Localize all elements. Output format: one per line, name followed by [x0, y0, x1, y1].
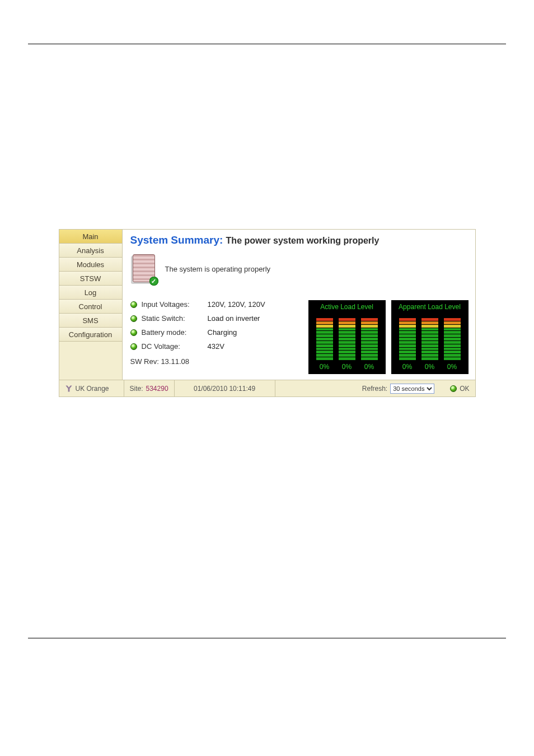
gauge-bar-col: 0%	[339, 318, 355, 371]
footer-ok-text: OK	[460, 385, 469, 393]
bar-seg-green	[399, 354, 416, 357]
footer-brand: UK Orange	[59, 380, 124, 396]
bar-seg-red	[444, 318, 461, 321]
detail-value: 120V, 120V, 120V	[208, 300, 265, 309]
gauge-bars: 0% 0%	[312, 314, 382, 371]
bar-seg-green	[399, 348, 416, 351]
bar-seg-green	[339, 351, 355, 353]
bar-seg-green	[421, 334, 438, 337]
page-rule-bottom	[28, 638, 506, 638]
footer-site-link[interactable]: 534290	[146, 385, 168, 393]
gauge-bar-col: 0%	[399, 318, 416, 371]
bar-seg-orange	[316, 321, 333, 324]
gauge-bar-label: 0%	[364, 363, 374, 371]
detail-value: Charging	[208, 328, 237, 337]
status-summary-text: The system is operating properly	[165, 265, 271, 273]
page-heading: System Summary: The power system working…	[130, 234, 469, 246]
sidebar-item-stsw[interactable]: STSW	[59, 272, 122, 286]
refresh-select[interactable]: 30 seconds	[390, 384, 434, 394]
status-row: ✓ The system is operating properly	[130, 253, 469, 284]
detail-label: Battery mode:	[142, 328, 203, 337]
check-icon: ✓	[149, 277, 158, 286]
bar-seg-yellow	[316, 325, 333, 328]
bar-seg-yellow	[444, 325, 461, 328]
sidebar-item-main[interactable]: Main	[59, 230, 122, 244]
sidebar-nav: Main Analysis Modules STSW Log Control S…	[59, 230, 123, 380]
system-thumbnail: ✓	[130, 253, 157, 284]
bar-seg-red	[361, 318, 378, 321]
status-dot-ok-icon	[130, 315, 137, 322]
gauge-bar-label: 0%	[402, 363, 412, 371]
bar-seg-green	[316, 357, 333, 360]
ok-dot-icon	[450, 385, 457, 392]
detail-row-static-switch: Static Switch: Load on inverter	[130, 314, 298, 323]
bar-seg-green	[399, 334, 416, 337]
detail-row-battery-mode: Battery mode: Charging	[130, 328, 298, 337]
yahoo-icon	[65, 385, 73, 393]
footer-refresh: Refresh: 30 seconds	[357, 384, 440, 394]
bar-seg-green	[339, 331, 355, 334]
bar-seg-green	[444, 331, 461, 334]
app-body: Main Analysis Modules STSW Log Control S…	[59, 230, 475, 380]
sidebar-item-control[interactable]: Control	[59, 300, 122, 314]
page-rule-top	[28, 44, 506, 44]
gauge-bar-col: 0%	[316, 318, 333, 371]
footer-site-label: Site:	[130, 385, 143, 393]
bar-seg-green	[421, 338, 438, 340]
bar-seg-green	[316, 351, 333, 353]
bar-seg-green	[339, 328, 355, 331]
bar-seg-green	[444, 344, 461, 347]
bar-seg-yellow	[339, 325, 355, 328]
sidebar-item-modules[interactable]: Modules	[59, 258, 122, 272]
bar-seg-orange	[399, 321, 416, 324]
bar-seg-green	[316, 331, 333, 334]
bar-seg-yellow	[399, 325, 416, 328]
bar-seg-green	[399, 331, 416, 334]
status-dot-ok-icon	[130, 301, 137, 308]
bar-seg-green	[339, 354, 355, 357]
details-list: Input Voltages: 120V, 120V, 120V Static …	[130, 300, 298, 366]
bar-seg-yellow	[421, 325, 438, 328]
gauge-bar	[399, 318, 416, 361]
sidebar-item-analysis[interactable]: Analysis	[59, 244, 122, 258]
refresh-label: Refresh:	[362, 385, 387, 393]
bar-seg-green	[421, 341, 438, 344]
bar-seg-green	[444, 338, 461, 340]
main-panel: System Summary: The power system working…	[123, 230, 475, 380]
footer-ok: OK	[440, 380, 475, 396]
bar-seg-yellow	[361, 325, 378, 328]
bar-seg-green	[399, 328, 416, 331]
gauge-apparent-load: Apparent Load Level 0%	[391, 300, 469, 374]
page-title-suffix: The power system working properly	[226, 236, 380, 245]
sw-rev-text: SW Rev: 13.11.08	[130, 357, 298, 366]
bar-seg-green	[361, 351, 378, 353]
bar-seg-green	[421, 331, 438, 334]
bar-seg-green	[316, 348, 333, 351]
status-dot-ok-icon	[130, 343, 137, 350]
bar-seg-green	[421, 354, 438, 357]
bar-seg-green	[316, 354, 333, 357]
bar-seg-orange	[339, 321, 355, 324]
bar-seg-green	[316, 344, 333, 347]
detail-label: Input Voltages:	[142, 300, 203, 309]
gauge-bar	[444, 318, 461, 361]
detail-value: Load on inverter	[208, 314, 260, 323]
footer-brand-text: UK Orange	[76, 385, 109, 393]
sidebar-item-sms[interactable]: SMS	[59, 314, 122, 328]
sidebar-item-configuration[interactable]: Configuration	[59, 328, 122, 342]
bar-seg-green	[444, 348, 461, 351]
bar-seg-green	[361, 357, 378, 360]
detail-value: 432V	[208, 342, 224, 351]
status-dot-ok-icon	[130, 329, 137, 336]
app-frame: Main Analysis Modules STSW Log Control S…	[59, 229, 476, 397]
bar-seg-green	[361, 331, 378, 334]
gauge-bar-col: 0%	[444, 318, 461, 371]
bar-seg-green	[444, 328, 461, 331]
bar-seg-green	[444, 354, 461, 357]
bar-seg-green	[444, 341, 461, 344]
gauge-bar-label: 0%	[342, 363, 352, 371]
gauge-bar	[339, 318, 355, 361]
sidebar-item-log[interactable]: Log	[59, 286, 122, 300]
gauge-bar-col: 0%	[361, 318, 378, 371]
gauge-bar	[316, 318, 333, 361]
